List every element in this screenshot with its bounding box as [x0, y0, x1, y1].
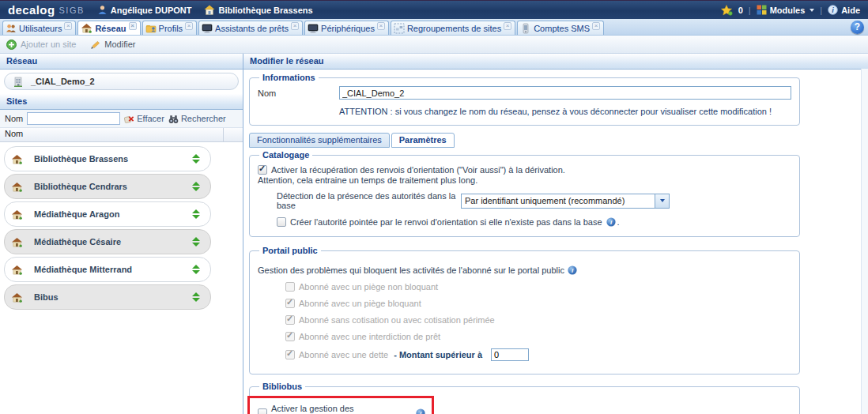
site-search-input[interactable] — [27, 112, 120, 125]
tab-assistants-de-prets[interactable]: Assistants de prêts× — [198, 21, 303, 35]
modules-menu[interactable]: Modules — [757, 5, 815, 15]
derivation-note: Attention, cela entraine un temps de tra… — [258, 175, 791, 185]
site-row-mediatheque-cesaire[interactable]: Médiathèque Césaire — [4, 229, 211, 254]
highlight-red-box: Activer la gestion des regroupements d'a… — [247, 396, 434, 414]
portail-option-abonne-avec-une-interdiction-de-pret-checkbox — [285, 332, 295, 341]
tab-close-icon[interactable]: × — [592, 22, 600, 30]
add-site-label: Ajouter un site — [21, 40, 76, 49]
current-user-name: Angélique DUPONT — [111, 6, 192, 15]
reorder-arrows[interactable] — [192, 182, 200, 191]
help-button[interactable]: ? — [851, 21, 864, 34]
reorder-arrows[interactable] — [192, 209, 200, 219]
separator: | — [749, 6, 751, 15]
tab-bar: Utilisateurs×Réseau×Profils×Assistants d… — [0, 19, 868, 36]
create-authority-row: Créer l'autorité pointée par le renvoi d… — [277, 217, 791, 227]
left-panel: Réseau _CIAL_Demo_2 Sites Nom Effacer Re… — [0, 54, 243, 414]
modify-button[interactable]: Modifier — [90, 40, 135, 50]
tab-close-icon[interactable]: × — [504, 22, 511, 30]
site-name: Médiathèque Mitterrand — [34, 265, 192, 274]
tab-close-icon[interactable]: × — [129, 22, 137, 30]
chevron-down-icon — [660, 199, 665, 202]
create-authority-checkbox[interactable] — [277, 217, 286, 227]
tab-comptes-sms[interactable]: Comptes SMS× — [517, 21, 604, 35]
clear-search-button[interactable]: Effacer — [124, 114, 164, 124]
network-list: _CIAL_Demo_2 — [0, 70, 243, 94]
site-list: Bibliothèque BrassensBibliothèque Cendra… — [0, 142, 243, 414]
site-name: Bibus — [34, 292, 192, 302]
tab-close-icon[interactable]: × — [185, 22, 193, 30]
network-name-input[interactable] — [339, 86, 791, 100]
site-row-bibliotheque-cendrars[interactable]: Bibliothèque Cendrars — [4, 174, 211, 199]
reorder-arrows[interactable] — [192, 154, 200, 164]
current-site[interactable]: Bibliothèque Brassens — [204, 5, 312, 15]
tab-utilisateurs[interactable]: Utilisateurs× — [2, 21, 76, 35]
main-content: Réseau _CIAL_Demo_2 Sites Nom Effacer Re… — [0, 54, 868, 414]
caret-down-icon — [810, 9, 814, 12]
sort-down-icon — [192, 215, 200, 219]
home-icon — [11, 237, 23, 247]
tab-label: Réseau — [95, 24, 126, 33]
portail-intro-row: Gestion des problèmes qui bloquent les a… — [258, 265, 791, 275]
help-label: Aide — [841, 6, 860, 15]
person-icon — [97, 5, 108, 15]
search-field-label: Nom — [5, 114, 23, 123]
tab-label: Profils — [159, 24, 183, 33]
home-icon — [11, 209, 23, 220]
tab-parametres[interactable]: Paramètres — [391, 133, 455, 148]
tab-close-icon[interactable]: × — [291, 22, 299, 30]
tab-label: Utilisateurs — [19, 24, 62, 33]
site-row-bibus[interactable]: Bibus — [4, 284, 211, 310]
tab-reseau[interactable]: Réseau× — [77, 21, 140, 35]
reorder-arrows[interactable] — [192, 237, 200, 247]
sort-up-icon — [192, 237, 200, 241]
add-site-button[interactable]: Ajouter un site — [6, 40, 76, 50]
tab-fonctionnalites-supplementaires[interactable]: Fonctionnalités supplémentaires — [249, 133, 390, 148]
detection-select[interactable]: Par identifiant uniquement (recommandé) — [461, 194, 670, 209]
network-item[interactable]: _CIAL_Demo_2 — [4, 73, 239, 90]
bibliobus-option-activer-la-gestion-des-regroupements-d-arrets-checkbox[interactable] — [258, 408, 267, 414]
authority-detection-row: Détection de la présence des autorités d… — [277, 191, 791, 210]
tab-profils[interactable]: Profils× — [142, 21, 198, 35]
search-button[interactable]: Rechercher — [168, 114, 226, 124]
reorder-arrows[interactable] — [192, 292, 200, 302]
tab-label: Assistants de prêts — [215, 24, 289, 33]
tab-label: Regroupements de sites — [407, 24, 501, 33]
tab-close-icon[interactable]: × — [377, 22, 385, 30]
detection-label: Détection de la présence des autorités d… — [277, 191, 461, 210]
reorder-arrows[interactable] — [192, 265, 200, 274]
help-menu[interactable]: i Aide — [828, 5, 860, 15]
site-row-mediatheque-aragon[interactable]: Médiathèque Aragon — [4, 201, 211, 227]
derivation-label: Activer la récupération des renvois d'or… — [271, 165, 565, 175]
amount-input[interactable] — [491, 348, 529, 361]
home-icon — [81, 23, 92, 33]
sort-down-icon — [192, 270, 200, 274]
settings-tab-bar: Fonctionnalités supplémentaires Paramètr… — [249, 133, 800, 148]
detection-select-button[interactable] — [655, 194, 669, 208]
network-name-row: Nom — [258, 86, 791, 100]
tab-close-icon[interactable]: × — [64, 22, 72, 30]
portail-option-abonne-avec-un-piege-bloquant-label: Abonné avec un piège bloquant — [299, 299, 421, 308]
home-icon — [11, 182, 23, 192]
info-icon: i — [606, 217, 616, 227]
home-icon — [11, 154, 23, 164]
top-bar-right: 0 | Modules | i Aide — [721, 5, 860, 16]
site-row-mediatheque-mitterrand[interactable]: Médiathèque Mitterrand — [4, 257, 211, 282]
favorites-star-icon[interactable] — [721, 5, 733, 16]
home-topbar-icon — [204, 5, 215, 15]
derivation-option-row: Activer la récupération des renvois d'or… — [258, 165, 791, 175]
site-row-bibliotheque-brassens[interactable]: Bibliothèque Brassens — [4, 146, 211, 171]
column-name: Nom — [0, 128, 224, 141]
current-user[interactable]: Angélique DUPONT — [97, 5, 192, 15]
detail-panel: Modifier le réseau Informations Nom ATTE… — [243, 54, 868, 414]
tab-peripheriques[interactable]: Périphériques× — [304, 21, 389, 35]
tab-regroupements-de-sites[interactable]: Regroupements de sites× — [391, 21, 515, 35]
portail-public-fieldset: Portail public Gestion des problèmes qui… — [249, 246, 800, 374]
monitor-icon — [202, 23, 213, 34]
scrollbar-track[interactable] — [861, 69, 868, 414]
bibliobus-fieldset: Bibliobus Activer la gestion des regroup… — [249, 382, 800, 414]
eraser-icon — [124, 114, 134, 124]
detail-form: Informations Nom ATTENTION : si vous cha… — [243, 70, 868, 414]
site-search-bar: Nom Effacer Rechercher — [0, 110, 243, 128]
derivation-checkbox[interactable] — [258, 165, 267, 175]
sort-up-icon — [192, 265, 200, 269]
